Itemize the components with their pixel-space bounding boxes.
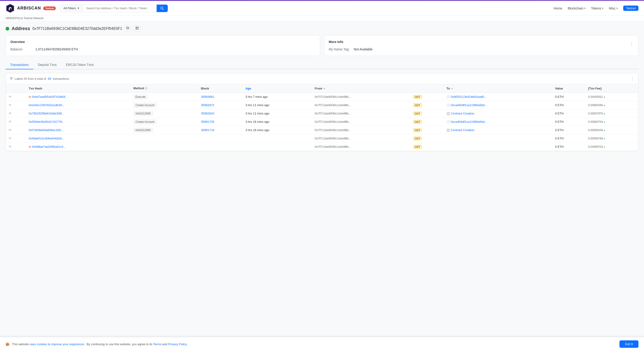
block-link[interactable]: 35991719: [201, 128, 214, 132]
col-to: To ▼: [444, 84, 552, 93]
direction-cell: OUT: [410, 118, 444, 126]
more-options-icon[interactable]: ⋮: [630, 41, 634, 46]
to-address-link[interactable]: 0x9055113b41b6d1bad0...: [451, 95, 487, 98]
eye-icon[interactable]: 👁: [8, 120, 12, 123]
to-cell: [444, 143, 552, 151]
method-cell: [131, 134, 198, 143]
txn-fee-value: 0.00057876: [588, 112, 603, 115]
to-filter-icon[interactable]: ▼: [451, 87, 454, 90]
chevron-down-icon: ▼: [77, 7, 80, 9]
testnet-button[interactable]: Testnet: [623, 5, 638, 11]
nav-blockchain[interactable]: Blockchain ▾: [568, 6, 586, 10]
tabs: Transactions Deposit Txns ERC20 Token Tx…: [6, 60, 638, 69]
txn-hash-link[interactable]: 0x9d8ae7ad2080a01c3...: [32, 145, 66, 148]
method-badge: 0x61012060: [134, 111, 153, 116]
txn-hash-link[interactable]: 0xe3d1c2387b02a1db39...: [29, 103, 64, 107]
nav-tokens[interactable]: Tokens ▾: [591, 6, 603, 10]
tab-deposit-txns[interactable]: Deposit Txns: [33, 60, 61, 69]
table-row: 👁0xf7405b640a83bec2b5...0x61012060359917…: [6, 126, 638, 134]
nav-misc[interactable]: Misc ▾: [609, 6, 618, 10]
method-info-icon: ⓘ: [145, 87, 147, 90]
tab-transactions[interactable]: Transactions: [6, 60, 33, 69]
to-address-link[interactable]: 0xca483df1ca11966a5bd...: [451, 120, 487, 123]
eye-cell: 👁: [6, 93, 26, 101]
tokens-chevron-icon: ▾: [602, 7, 603, 9]
block-cell: 35993881: [198, 93, 243, 101]
svg-rect-9: [136, 29, 136, 29]
address-label: Address: [12, 26, 30, 31]
method-badge: Execute: [134, 95, 148, 99]
txn-fee-value: 0.00058768: [588, 137, 603, 140]
eth-value: 0 ETH: [555, 112, 564, 115]
block-link[interactable]: 35993881: [201, 95, 214, 98]
search-button[interactable]: [156, 5, 168, 12]
address-dot-icon: [6, 27, 9, 30]
contract-icon: 📋: [446, 112, 450, 115]
txn-hash-link[interactable]: 0xbd7aed554a3f742db0f...: [32, 95, 68, 98]
from-address: 0x7f711be6936c1cbe98b...: [315, 112, 351, 115]
value-cell: 0 ETH: [552, 101, 585, 109]
fee-indicator-icon: ●: [604, 121, 605, 123]
svg-rect-10: [138, 28, 138, 29]
block-cell: 35991735: [198, 118, 243, 126]
eye-icon[interactable]: 👁: [8, 112, 12, 115]
block-link[interactable]: 35991735: [201, 120, 214, 123]
to-contract-creation-link[interactable]: Contract Creation: [451, 112, 474, 115]
filter-dropdown[interactable]: All Filters ▼: [60, 5, 82, 12]
txn-hash-link[interactable]: 0x7901f02fbb619a8c589...: [29, 112, 64, 115]
eth-value: 0 ETH: [555, 103, 564, 107]
eye-icon[interactable]: 👁: [8, 137, 12, 140]
misc-chevron-icon: ▾: [616, 7, 618, 9]
from-address: 0x7f711be6936c1cbe98b...: [315, 137, 351, 140]
block-link[interactable]: 35992843: [201, 112, 214, 115]
txn-summary: Latest 25 from a total of 99 transaction…: [6, 73, 638, 84]
txn-hash-link[interactable]: 0x5594e45e92d17d1778...: [29, 120, 64, 123]
search-input[interactable]: [82, 5, 156, 12]
qr-icon: [136, 26, 139, 30]
to-contract-creation-link[interactable]: Contract Creation: [451, 128, 474, 132]
txn-fee-value: 0.00684754: [588, 120, 603, 123]
block-link[interactable]: 35992872: [201, 103, 214, 107]
method-cell: 0x61012060: [131, 109, 198, 118]
txn-fee-value: 0.00059438: [588, 129, 603, 132]
txn-hash-cell: 0x7901f02fbb619a8c589...: [26, 109, 130, 118]
svg-rect-3: [126, 27, 128, 29]
eye-icon[interactable]: 👁: [8, 103, 12, 107]
method-cell: Create Account: [131, 118, 198, 126]
logo-icon: [6, 4, 15, 13]
age-cell: [243, 143, 312, 151]
contract-icon: 📋: [446, 129, 450, 132]
total-count: 99: [48, 77, 51, 80]
method-badge: 0x61012060: [134, 128, 153, 132]
search-area: All Filters ▼: [60, 4, 168, 12]
copy-address-button[interactable]: [124, 26, 132, 31]
eye-cell: 👁: [6, 134, 26, 143]
txn-hash-link[interactable]: 0xf7405b640a83bec2b5...: [29, 128, 64, 132]
table-row: 👁0x4bdef12cc84ee04d2af...0x7f711be6936c1…: [6, 134, 638, 143]
file-icon: 📄: [446, 120, 450, 123]
col-age: Age: [243, 84, 312, 93]
direction-cell: OUT: [410, 143, 444, 151]
tab-erc20-txns[interactable]: ERC20 Token Txns: [61, 60, 98, 69]
direction-badge: OUT: [413, 95, 422, 99]
table-row: 👁0x5594e45e92d17d1778...Create Account35…: [6, 118, 638, 126]
qr-button[interactable]: [134, 26, 141, 31]
header-nav: Home Blockchain ▾ Tokens ▾ Misc ▾ Testne…: [554, 5, 638, 11]
from-filter-icon[interactable]: ▼: [323, 87, 326, 90]
txn-options-icon[interactable]: ⋮: [630, 76, 634, 81]
error-icon: ⊗: [29, 145, 31, 148]
to-cell: 📄 0x9055113b41b6d1bad0...: [444, 93, 552, 101]
block-cell: [198, 134, 243, 143]
eye-icon[interactable]: 👁: [8, 95, 12, 98]
from-cell: 0x7f711be6936c1cbe98b...: [312, 126, 410, 134]
from-address: 0x7f711be6936c1cbe98b...: [315, 128, 351, 132]
eye-icon[interactable]: 👁: [8, 145, 12, 148]
txn-hash-link[interactable]: 0x4bdef12cc84ee04d2af...: [29, 137, 64, 140]
to-address-link[interactable]: 0xca483df1ca11966a5bd...: [451, 103, 487, 107]
nav-home[interactable]: Home: [554, 6, 562, 10]
age-cell: 3 hrs 11 mins ago: [243, 101, 312, 109]
age-cell: 3 hrs 7 mins ago: [243, 93, 312, 101]
logo-link[interactable]: ARBISCAN Testnet: [6, 4, 56, 13]
header: ARBISCAN Testnet All Filters ▼ Home Bloc…: [0, 1, 644, 16]
eye-icon[interactable]: 👁: [8, 128, 12, 132]
